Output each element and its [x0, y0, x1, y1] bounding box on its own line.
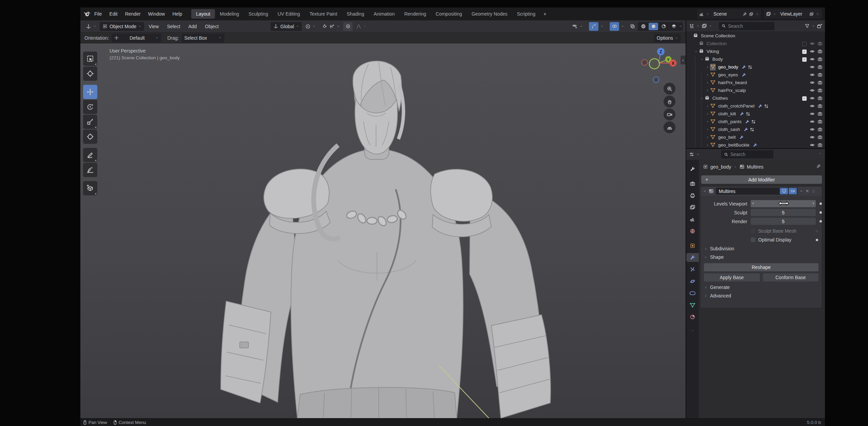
proportional-falloff-dropdown[interactable]	[353, 22, 369, 31]
collapse-icon[interactable]	[699, 97, 704, 100]
pan-button[interactable]	[664, 96, 675, 108]
blender-logo-icon[interactable]	[84, 11, 91, 17]
hide-eye-toggle[interactable]	[809, 64, 815, 70]
outliner-row-cloth_pants[interactable]: cloth_pants	[686, 118, 825, 125]
render-visibility-toggle[interactable]	[817, 96, 823, 101]
chevdown-icon[interactable]	[600, 25, 604, 28]
pin-icon[interactable]	[743, 12, 747, 16]
exclude-checkbox[interactable]	[801, 41, 807, 46]
properties-tab-render[interactable]	[686, 179, 699, 188]
apply-base-button[interactable]: Apply Base	[704, 273, 760, 282]
chevdown-icon[interactable]	[696, 153, 699, 156]
chevdown-icon[interactable]	[773, 13, 776, 16]
expand-icon[interactable]	[705, 104, 710, 108]
checkbox-checked-icon[interactable]	[802, 96, 807, 101]
workspace-tab-uv-editing[interactable]: UV Editing	[273, 9, 305, 19]
outliner-row-cloth_crotchpanel[interactable]: cloth_crotchPanel	[686, 102, 825, 110]
properties-tab-constraints[interactable]	[686, 289, 699, 297]
properties-tab-tool[interactable]	[686, 164, 699, 173]
hide-eye-toggle[interactable]	[809, 111, 815, 116]
animate-dot[interactable]	[820, 211, 822, 214]
outliner-row-cloth_sash[interactable]: cloth_sash	[686, 125, 825, 133]
workspace-tab-layout[interactable]: Layout	[191, 9, 215, 19]
chevdown-icon[interactable]	[800, 189, 803, 193]
properties-tab-scene[interactable]	[686, 215, 699, 224]
add-modifier-button[interactable]: Add Modifier	[701, 175, 822, 184]
properties-search-input[interactable]: Search	[721, 150, 773, 158]
checkbox-unchecked[interactable]	[751, 237, 755, 242]
hide-eye-toggle[interactable]	[809, 96, 815, 101]
render-visibility-toggle[interactable]	[817, 80, 823, 85]
outliner-row-geo_eyes[interactable]: geo_eyes	[686, 71, 825, 79]
outliner-row-viking[interactable]: Viking	[686, 47, 825, 55]
viewport-menu-add[interactable]: Add	[184, 20, 200, 33]
render-value-field[interactable]: 5	[751, 218, 816, 225]
tool-scale[interactable]	[83, 115, 97, 129]
ortho-toggle-button[interactable]	[664, 121, 675, 133]
images-icon[interactable]	[766, 12, 771, 17]
options-dropdown[interactable]: Options	[654, 34, 681, 42]
menu-help[interactable]: Help	[169, 7, 186, 20]
checkbox-checked-icon[interactable]	[802, 50, 807, 54]
outliner-row-hairprx_beard[interactable]: hairPrx_beard	[686, 79, 825, 86]
modifier-render-toggle[interactable]	[789, 188, 797, 194]
outliner-row-collection[interactable]: Collection	[686, 40, 825, 47]
shading-rendered-button[interactable]	[669, 23, 678, 30]
visibility-dropdown[interactable]	[569, 22, 586, 31]
pin-button[interactable]	[816, 164, 821, 170]
hide-eye-toggle[interactable]	[809, 72, 815, 77]
hide-eye-toggle[interactable]	[809, 88, 815, 93]
funnel-icon[interactable]	[805, 23, 810, 28]
collapse-icon[interactable]	[693, 50, 698, 53]
render-visibility-toggle[interactable]	[817, 88, 823, 93]
render-visibility-toggle[interactable]	[817, 127, 823, 132]
properties-tab-output[interactable]	[686, 191, 699, 200]
outliner-row-body[interactable]: Body	[686, 55, 825, 63]
tool-transform[interactable]	[83, 130, 97, 144]
render-visibility-toggle[interactable]	[817, 111, 823, 116]
expand-icon[interactable]	[705, 81, 710, 84]
exclude-checkbox[interactable]	[801, 96, 807, 101]
properties-tab-object[interactable]	[686, 241, 699, 250]
render-visibility-toggle[interactable]	[817, 41, 823, 46]
render-visibility-toggle[interactable]	[817, 57, 823, 62]
hide-eye-toggle[interactable]	[809, 57, 815, 62]
outliner-row-cloth_kilt[interactable]: cloth_kilt	[686, 110, 825, 118]
chevdown-icon[interactable]	[621, 25, 624, 28]
menu-edit[interactable]: Edit	[106, 7, 121, 20]
levels-viewport-slider[interactable]: ‹›	[751, 200, 816, 207]
viewport-menu-object[interactable]: Object	[201, 20, 222, 33]
gizmos-toggle[interactable]	[589, 22, 598, 31]
chevdown-icon[interactable]	[696, 24, 699, 27]
zoom-button[interactable]	[664, 83, 675, 95]
orientation-default-dropdown[interactable]: Default	[112, 34, 161, 42]
outliner-row-scene-collection[interactable]: Scene Collection	[686, 32, 825, 40]
outliner-row-geo_belt[interactable]: geo_belt	[686, 133, 825, 141]
chevdown-icon[interactable]	[337, 25, 340, 28]
modifier-delete-button[interactable]	[805, 189, 809, 194]
breadcrumb-modifier[interactable]: Multires	[747, 164, 764, 170]
scene-selector-name[interactable]: Scene	[711, 11, 741, 17]
proportional-editing-toggle[interactable]	[343, 22, 353, 31]
xray-toggle[interactable]	[628, 22, 637, 31]
render-visibility-toggle[interactable]	[817, 103, 823, 109]
new-workspace-button[interactable]: +	[540, 9, 550, 19]
chevdown-icon[interactable]	[709, 24, 712, 27]
checkbox-empty-icon[interactable]	[802, 42, 807, 46]
exclude-checkbox[interactable]	[801, 57, 807, 62]
render-visibility-toggle[interactable]	[817, 135, 823, 140]
modifier-name-field[interactable]: Multires	[716, 188, 797, 195]
hide-eye-toggle[interactable]	[809, 41, 815, 46]
workspace-tab-compositing[interactable]: Compositing	[431, 9, 467, 19]
camera-view-button[interactable]	[664, 109, 675, 120]
menu-render[interactable]: Render	[121, 7, 144, 20]
properties-tab-view-layer[interactable]	[686, 203, 699, 212]
conform-base-button[interactable]: Conform Base	[763, 273, 819, 282]
expand-icon[interactable]	[705, 120, 710, 123]
properties-collapse-icon[interactable]	[818, 152, 822, 155]
breadcrumb-object[interactable]: geo_body	[710, 164, 731, 170]
snapto-icon[interactable]	[329, 24, 335, 29]
shading-solid-button[interactable]	[649, 23, 658, 30]
animate-dot[interactable]	[820, 220, 822, 222]
dots-icon[interactable]	[811, 189, 816, 194]
